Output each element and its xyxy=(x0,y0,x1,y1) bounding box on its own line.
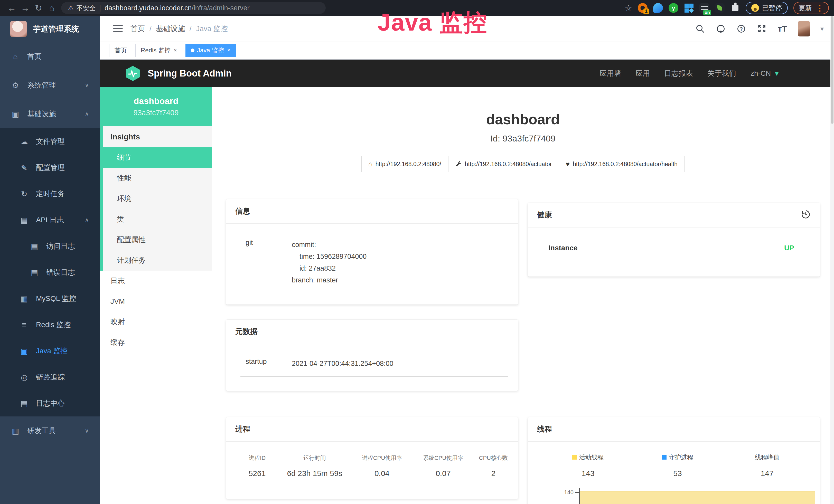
metadata-card: 元数据 startup 2021-04-27T00:44:31.254+08:0… xyxy=(226,320,518,391)
home-icon[interactable]: ⌂ xyxy=(45,3,59,13)
forward-icon[interactable]: → xyxy=(19,3,32,13)
sidebar-item-tracing[interactable]: ◎ 链路追踪 xyxy=(0,364,100,390)
sba-menu-logging[interactable]: 日志 xyxy=(100,271,212,291)
row-divider xyxy=(541,260,808,260)
sba-menu-config-props[interactable]: 配置属性 xyxy=(103,230,212,250)
info-value: commit: time: 1596289704000 id: 27aa832 … xyxy=(292,239,508,286)
daemon-threads-swatch xyxy=(662,455,666,460)
sidebar-item-redis-monitor[interactable]: ≡ Redis 监控 xyxy=(0,312,100,338)
heart-icon: ♥ xyxy=(566,160,570,168)
app-title: 芋道管理系统 xyxy=(33,24,79,35)
sidebar-item-scheduled-jobs[interactable]: ↻ 定时任务 xyxy=(0,181,100,207)
sidebar-item-api-log[interactable]: ▤ API 日志 ∧ xyxy=(0,207,100,233)
extension-pin-icon[interactable] xyxy=(653,3,663,13)
sba-menu-mappings[interactable]: 映射 xyxy=(100,312,212,332)
log-icon: ▤ xyxy=(19,399,30,408)
threads-card: 线程 活动线程 143 守护进程 53 线程峰值 147 xyxy=(528,417,820,504)
sba-nav-wallboard[interactable]: 应用墙 xyxy=(599,69,621,78)
sidebar-item-config-mgmt[interactable]: ✎ 配置管理 xyxy=(0,155,100,181)
sidebar-item-home[interactable]: ⌂ 首页 xyxy=(0,42,100,71)
sidebar-item-access-log[interactable]: ▤ 访问日志 xyxy=(0,233,100,259)
history-icon[interactable] xyxy=(801,209,811,220)
tab-redis-monitor[interactable]: Redis 监控 × xyxy=(135,44,182,57)
process-card: 进程 进程ID5261 运行时间6d 23h 15m 59s 进程CPU使用率0… xyxy=(226,417,518,499)
search-icon[interactable] xyxy=(695,24,705,34)
peak-threads-value: 147 xyxy=(761,469,774,478)
close-icon[interactable]: × xyxy=(227,47,231,54)
sba-menu-jvm[interactable]: JVM xyxy=(100,291,212,312)
extensions-puzzle-icon[interactable] xyxy=(730,3,740,13)
health-url-button[interactable]: ♥ http://192.168.0.2:48080/actuator/heal… xyxy=(559,156,684,172)
log-icon: ▤ xyxy=(29,242,40,251)
page-scrollbar[interactable] xyxy=(830,16,834,504)
locale-selector[interactable]: zh-CN ▼ xyxy=(750,69,780,77)
threads-area-series xyxy=(580,491,815,504)
extension-badge: 1 xyxy=(643,8,649,15)
instance-header[interactable]: dashboard 93a3fc7f7409 xyxy=(100,87,212,126)
user-menu-caret-icon[interactable]: ▾ xyxy=(820,25,824,33)
tab-home[interactable]: 首页 xyxy=(109,44,132,57)
close-icon[interactable]: × xyxy=(174,47,177,54)
sba-menu-caches[interactable]: 缓存 xyxy=(100,332,212,353)
back-icon[interactable]: ← xyxy=(5,3,19,13)
service-url-button[interactable]: ⌂ http://192.168.0.2:48080/ xyxy=(361,156,448,172)
sba-menu-metrics[interactable]: 性能 xyxy=(103,168,212,188)
sba-menu-classes[interactable]: 类 xyxy=(103,209,212,230)
help-icon[interactable]: ? xyxy=(736,24,746,34)
active-dot xyxy=(191,48,194,52)
app-logo-row[interactable]: 芋道管理系统 xyxy=(0,16,100,42)
sba-nav-about[interactable]: 关于我们 xyxy=(707,69,736,78)
sidebar-item-system-mgmt[interactable]: ⚙ 系统管理 ∨ xyxy=(0,71,100,100)
cloud-icon: ☁ xyxy=(19,137,30,146)
sidebar-item-dev-tools[interactable]: ▥ 研发工具 ∨ xyxy=(0,416,100,445)
sba-menu-details[interactable]: 细节 xyxy=(103,147,212,168)
browser-menu-icon[interactable]: ⋮ xyxy=(816,4,824,13)
github-icon[interactable] xyxy=(716,24,726,34)
bookmark-star-icon[interactable]: ☆ xyxy=(625,3,632,13)
metadata-value: 2021-04-27T00:44:31.254+08:00 xyxy=(292,358,508,369)
chevron-up-icon: ∧ xyxy=(85,111,89,117)
extension-green-icon[interactable]: y xyxy=(668,3,678,13)
extension-orange-icon[interactable]: 1 xyxy=(638,3,648,13)
layers-icon: ≡ xyxy=(19,320,30,329)
sidebar-item-error-log[interactable]: ▤ 错误日志 xyxy=(0,259,100,285)
sidebar-item-java-monitor[interactable]: ▣ Java 监控 xyxy=(0,338,100,364)
breadcrumb-infra[interactable]: 基础设施 xyxy=(156,24,185,33)
breadcrumb: 首页 / 基础设施 / Java 监控 xyxy=(130,24,228,33)
extension-switch-icon[interactable]: on xyxy=(699,3,709,13)
font-size-icon[interactable]: тT xyxy=(777,24,788,34)
sba-menu-scheduled-tasks[interactable]: 计划任务 xyxy=(103,250,212,271)
management-url-button[interactable]: http://192.168.0.2:48080/actuator xyxy=(448,156,559,172)
page-title: dashboard xyxy=(212,111,834,128)
profile-paused-pill[interactable]: 已暂停 xyxy=(746,2,788,14)
daemon-threads-value: 53 xyxy=(673,469,682,478)
tab-java-monitor[interactable]: Java 监控 × xyxy=(185,44,236,57)
fullscreen-icon[interactable] xyxy=(757,24,767,34)
instance-links: ⌂ http://192.168.0.2:48080/ http://192.1… xyxy=(212,156,834,172)
threads-card-title: 线程 xyxy=(537,424,552,434)
annotation-java-monitor: Java 监控 xyxy=(378,7,487,39)
sidebar-item-mysql-monitor[interactable]: ▦ MySQL 监控 xyxy=(0,285,100,312)
sba-nav-journal[interactable]: 日志报表 xyxy=(664,69,693,78)
tags-view-bar: 首页 Redis 监控 × Java 监控 × xyxy=(100,42,834,60)
address-bar[interactable]: ⚠ 不安全 | dashboard.yudao.iocoder.cn/infra… xyxy=(61,2,326,14)
sba-nav-applications[interactable]: 应用 xyxy=(635,69,650,78)
sidebar-item-log-center[interactable]: ▤ 日志中心 xyxy=(0,390,100,416)
sidebar-item-infrastructure[interactable]: ▣ 基础设施 ∧ xyxy=(0,100,100,129)
extension-grid-icon[interactable] xyxy=(684,3,694,13)
log-icon: ▤ xyxy=(29,268,40,277)
locale-caret-icon: ▼ xyxy=(773,70,780,77)
profile-emoji-icon xyxy=(751,4,759,12)
user-avatar[interactable] xyxy=(798,21,810,37)
reload-icon[interactable]: ↻ xyxy=(32,3,45,13)
sidebar-collapse-icon[interactable] xyxy=(113,25,123,32)
eye-icon: ◎ xyxy=(19,373,30,382)
sba-menu-environment[interactable]: 环境 xyxy=(103,188,212,209)
app-logo xyxy=(10,21,27,37)
health-card-title: 健康 xyxy=(537,210,552,220)
breadcrumb-home[interactable]: 首页 xyxy=(130,24,145,33)
extension-leaf-icon[interactable] xyxy=(715,3,725,13)
browser-update-button[interactable]: 更新 ⋮ xyxy=(793,2,829,14)
sidebar-item-file-mgmt[interactable]: ☁ 文件管理 xyxy=(0,129,100,155)
scrollbar-thumb[interactable] xyxy=(831,16,833,124)
